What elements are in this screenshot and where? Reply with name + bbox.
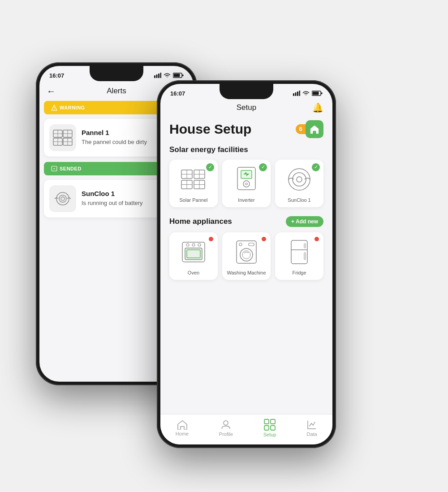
svg-rect-66 [264, 419, 269, 424]
fridge-label: Fridge [292, 270, 306, 275]
wifi-icon-setup [302, 91, 310, 96]
suncloo-check: ✓ [312, 163, 320, 171]
nav-item-data[interactable]: Data [306, 419, 317, 437]
back-button[interactable]: ← [47, 86, 56, 96]
svg-rect-22 [56, 192, 69, 205]
nav-item-profile[interactable]: Profile [219, 419, 233, 437]
house-icon-bg [306, 120, 323, 138]
data-nav-icon [306, 419, 317, 430]
setup-nav-icon [264, 419, 276, 431]
setup-content: House Setup 6 Solar energy facilities [160, 115, 332, 414]
svg-rect-28 [299, 91, 301, 96]
device-card-inverter[interactable]: ✓ Invert [222, 160, 271, 207]
fridge-status-dot [314, 237, 319, 241]
suncloo-device-icon [53, 189, 73, 209]
bottom-nav: Home Profile Setup [160, 414, 332, 444]
sent-label: SENDED [51, 165, 82, 172]
solar-panel-icon-area [179, 165, 208, 194]
warning-label: WARNING [51, 104, 85, 111]
washing-machine-status-dot [262, 237, 266, 241]
svg-rect-30 [313, 92, 319, 95]
phone-setup: 16:07 Setup 🔔 Ho [157, 80, 336, 448]
svg-rect-23 [59, 195, 66, 202]
svg-rect-67 [271, 419, 275, 424]
notch-alerts [90, 66, 143, 81]
svg-rect-61 [291, 240, 307, 264]
add-new-button[interactable]: + Add new [286, 216, 323, 227]
device-card-oven[interactable]: Oven [169, 232, 218, 280]
svg-point-47 [289, 169, 310, 190]
svg-point-55 [198, 244, 201, 246]
appliances-section-title: Home appliances [169, 217, 232, 226]
house-title-row: House Setup 6 [169, 120, 323, 138]
svg-rect-26 [295, 92, 297, 96]
svg-rect-27 [297, 91, 298, 96]
battery-icon-setup [312, 91, 323, 96]
suncloo-label: SunCloo 1 [288, 197, 310, 203]
svg-rect-64 [304, 253, 306, 260]
device-card-solar-panel[interactable]: ✓ [169, 160, 218, 207]
svg-rect-0 [154, 75, 155, 78]
oven-label: Oven [188, 270, 199, 275]
device-card-fridge[interactable]: Fridge [275, 232, 323, 280]
signal-icon-setup [293, 91, 300, 96]
nav-item-home[interactable]: Home [176, 420, 189, 436]
svg-point-24 [61, 197, 65, 200]
svg-rect-5 [174, 74, 180, 77]
washing-machine-label: Washing Machine [227, 270, 266, 275]
house-title: House Setup [169, 122, 251, 137]
svg-rect-3 [160, 73, 162, 78]
status-time-alerts: 16:07 [49, 72, 64, 79]
sent-icon [51, 165, 57, 172]
svg-rect-1 [156, 74, 158, 78]
nav-label-data: Data [307, 431, 317, 437]
oven-icon-area [179, 238, 208, 266]
washing-machine-icon-area [232, 238, 261, 266]
washing-machine-icon [235, 239, 258, 265]
status-icons-alerts [154, 73, 184, 78]
alert-desc-suncloo1: Is running out of battery [82, 199, 143, 207]
house-count: 6 [296, 124, 306, 134]
device-card-washing-machine[interactable]: Washing Machine [222, 232, 271, 280]
svg-rect-31 [321, 92, 323, 94]
svg-point-46 [243, 181, 250, 187]
solar-panel-label: Solar Pannel [180, 197, 208, 203]
inverter-device-icon [235, 167, 258, 192]
nav-label-profile: Profile [219, 431, 233, 437]
svg-rect-21 [52, 166, 57, 171]
bell-icon[interactable]: 🔔 [312, 102, 323, 113]
svg-rect-6 [182, 74, 184, 76]
oven-icon [181, 241, 206, 263]
alerts-title: Alerts [107, 87, 126, 96]
svg-point-59 [239, 243, 242, 246]
svg-point-48 [293, 173, 306, 186]
fridge-icon-area [285, 238, 314, 266]
house-icon [310, 125, 319, 134]
solar-panel-check: ✓ [206, 163, 214, 171]
nav-item-setup[interactable]: Setup [263, 419, 276, 437]
svg-rect-60 [249, 243, 254, 246]
solar-panel-device-icon [181, 170, 206, 189]
oven-status-dot [209, 237, 213, 241]
home-nav-icon [177, 420, 188, 430]
svg-point-8 [54, 109, 54, 109]
solar-device-grid: ✓ [169, 160, 323, 207]
suncloo-icon-area [285, 165, 314, 194]
svg-point-57 [240, 248, 253, 261]
svg-rect-68 [264, 426, 269, 430]
inverter-label: Inverter [238, 197, 254, 203]
inverter-check: ✓ [259, 163, 267, 171]
alert-title-panel1: Pannel 1 [82, 129, 147, 136]
setup-screen: 16:07 Setup 🔔 Ho [160, 84, 332, 444]
status-time-setup: 16:07 [170, 90, 185, 97]
setup-page-header: Setup 🔔 [160, 100, 332, 115]
profile-nav-icon [220, 419, 231, 430]
notch-setup [220, 84, 273, 99]
svg-rect-69 [271, 426, 275, 430]
suncloo-icon-box [49, 185, 76, 212]
appliances-section-header: Home appliances + Add new [169, 216, 323, 227]
signal-icon [154, 73, 161, 78]
device-card-suncloo[interactable]: ✓ SunCloo 1 [275, 160, 323, 207]
svg-rect-63 [304, 244, 306, 248]
nav-label-home: Home [176, 431, 189, 436]
